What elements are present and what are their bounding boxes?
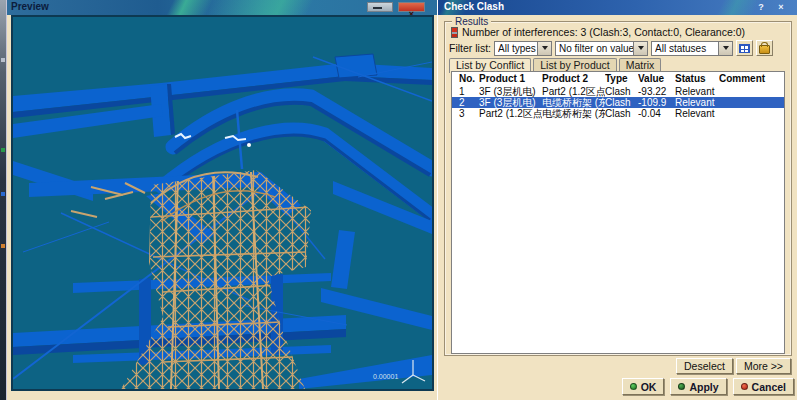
scale-label: 0.00001 [373, 373, 398, 380]
table-row[interactable]: 3 Part2 (1.2区点... 电缆桥桁架 (东... Clash -0.0… [452, 108, 784, 119]
toolbar-chip [1, 192, 5, 196]
filter-value-value: No filter on value [559, 43, 633, 54]
preview-title: Preview [11, 1, 49, 12]
cell-status: Relevant [675, 86, 719, 97]
apply-label: Apply [689, 381, 718, 393]
cell-value: -109.9 [638, 97, 675, 108]
cell-type: Clash [605, 97, 638, 108]
export-list-button[interactable] [736, 40, 753, 56]
cell-type: Clash [605, 108, 638, 119]
cell-product2: Part2 (1.2区点... [542, 86, 605, 97]
cell-product1: 3F (3层机电) [479, 97, 542, 108]
cancel-icon [741, 383, 748, 390]
conflict-table: No. Product 1 Product 2 Type Value Statu… [451, 71, 785, 354]
more-button[interactable]: More >> [736, 358, 791, 374]
table-icon [739, 44, 750, 53]
toolbar-chip [1, 244, 5, 248]
col-header-product2[interactable]: Product 2 [542, 72, 605, 86]
col-header-value[interactable]: Value [638, 72, 675, 86]
apply-icon [678, 383, 685, 390]
col-header-comment[interactable]: Comment [719, 72, 784, 86]
selection-button-row: Deselect More >> [676, 358, 791, 374]
cancel-button[interactable]: Cancel [733, 378, 794, 395]
deselect-button[interactable]: Deselect [676, 358, 733, 374]
check-clash-dialog: Check Clash ? × Results Number of interf… [437, 0, 797, 400]
tab-list-by-product[interactable]: List by Product [533, 58, 616, 72]
dialog-close-button[interactable]: × [775, 1, 787, 13]
dialog-footer: OK Apply Cancel [622, 378, 794, 395]
chevron-down-icon [537, 42, 551, 55]
ok-button[interactable]: OK [622, 378, 665, 395]
minimize-icon [373, 7, 382, 9]
ok-label: OK [641, 381, 657, 393]
cell-status: Relevant [675, 97, 719, 108]
lock-icon [759, 45, 770, 54]
preview-3d-viewport[interactable]: 0.00001 [11, 15, 434, 391]
cell-product2: 电缆桥桁架 (东... [542, 97, 605, 108]
cell-product1: 3F (3层机电) [479, 86, 542, 97]
cell-no: 2 [459, 97, 479, 108]
cell-no: 1 [459, 86, 479, 97]
col-header-status[interactable]: Status [675, 72, 719, 86]
col-header-product1[interactable]: Product 1 [479, 72, 542, 86]
cell-type: Clash [605, 86, 638, 97]
chevron-down-icon [633, 42, 647, 55]
cancel-label: Cancel [752, 381, 786, 393]
filter-type-select[interactable]: All types [494, 41, 552, 56]
application-window: Preview × [0, 0, 797, 400]
interference-icon [451, 27, 458, 38]
toolbar-chip [1, 58, 5, 62]
interference-summary-row: Number of interferences: 3 (Clash:3, Con… [451, 26, 745, 38]
lock-filter-button[interactable] [756, 40, 773, 56]
ok-icon [630, 383, 637, 390]
close-button[interactable]: × [398, 2, 425, 12]
cell-value: -93.22 [638, 86, 675, 97]
chevron-down-icon [718, 42, 732, 55]
filter-list-label: Filter list: [449, 42, 491, 54]
col-header-no[interactable]: No. [459, 72, 479, 86]
dialog-body: Results Number of interferences: 3 (Clas… [438, 15, 797, 400]
filter-status-value: All statuses [655, 43, 718, 54]
cell-product2: 电缆桥桁架 (东... [542, 108, 605, 119]
table-row[interactable]: 1 3F (3层机电) Part2 (1.2区点... Clash -93.22… [452, 86, 784, 97]
interference-summary: Number of interferences: 3 (Clash:3, Con… [462, 26, 745, 38]
filter-status-select[interactable]: All statuses [651, 41, 733, 56]
table-row-selected[interactable]: 2 3F (3层机电) 电缆桥桁架 (东... Clash -109.9 Rel… [452, 97, 784, 108]
tab-matrix[interactable]: Matrix [619, 58, 662, 72]
results-group: Results Number of interferences: 3 (Clas… [444, 21, 792, 356]
apply-button[interactable]: Apply [670, 378, 726, 395]
filter-type-value: All types [498, 43, 537, 54]
minimize-button[interactable] [367, 2, 393, 12]
cell-product1: Part2 (1.2区点... [479, 108, 542, 119]
col-header-type[interactable]: Type [605, 72, 638, 86]
preview-window: Preview × [6, 0, 438, 400]
toolbar-chip [1, 148, 5, 152]
help-button[interactable]: ? [755, 1, 767, 13]
cell-status: Relevant [675, 108, 719, 119]
preview-3d-scene: 0.00001 [13, 17, 432, 389]
dialog-title: Check Clash [444, 1, 504, 12]
filter-value-select[interactable]: No filter on value [555, 41, 648, 56]
preview-titlebar[interactable]: Preview × [7, 0, 438, 15]
filter-row: Filter list: All types No filter on valu… [449, 40, 773, 56]
cell-no: 3 [459, 108, 479, 119]
dialog-titlebar[interactable]: Check Clash ? × [438, 0, 797, 15]
cell-value: -0.04 [638, 108, 675, 119]
table-header-row: No. Product 1 Product 2 Type Value Statu… [452, 72, 784, 86]
